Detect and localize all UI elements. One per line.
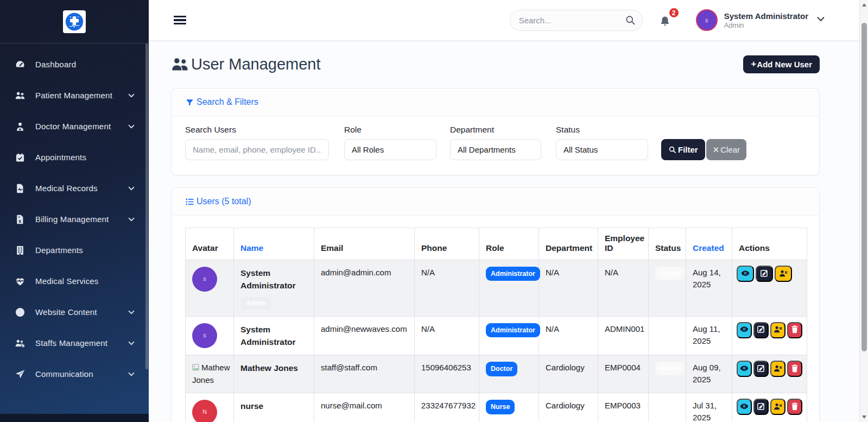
- header-search: [510, 10, 643, 31]
- table-row: Mathew Jones Mathew Jones staff@staff.co…: [186, 355, 807, 393]
- user-x-icon: [773, 324, 783, 334]
- deactivate-user-button[interactable]: [775, 266, 792, 282]
- user-name: nurse: [240, 400, 307, 412]
- sidebar-item-dashboard[interactable]: Dashboard: [0, 49, 149, 80]
- chevron-down-icon: [127, 122, 136, 131]
- sidebar-item-medical-services[interactable]: Medical Services: [0, 266, 149, 297]
- main-content: User Management + Add New User Search & …: [149, 41, 859, 422]
- notifications-button[interactable]: 2: [659, 12, 673, 28]
- cell-phone: 233247677932: [415, 393, 479, 422]
- user-name: Mathew Jones: [240, 362, 307, 374]
- filter-button[interactable]: Filter: [661, 139, 705, 160]
- cell-employee-id: EMP0003: [598, 393, 649, 422]
- app-logo[interactable]: [63, 10, 86, 33]
- cell-department: N/A: [539, 316, 598, 355]
- deactivate-user-button[interactable]: [770, 361, 785, 377]
- deactivate-user-button[interactable]: [770, 322, 785, 338]
- search-users-input[interactable]: [185, 139, 329, 160]
- view-user-button[interactable]: [737, 322, 752, 338]
- cell-status: [649, 316, 686, 355]
- eye-icon: [739, 324, 749, 334]
- broken-image-icon: [192, 364, 200, 371]
- sidebar-item-appointments[interactable]: Appointments: [0, 142, 149, 173]
- add-new-user-button[interactable]: + Add New User: [743, 55, 820, 73]
- sidebar-item-communication[interactable]: Communication: [0, 358, 149, 389]
- chevron-down-icon: [127, 370, 136, 379]
- sidebar-item-website-content[interactable]: Website Content: [0, 297, 149, 327]
- edit-user-button[interactable]: [753, 361, 769, 377]
- page-title: User Management: [171, 55, 321, 73]
- sidebar-item-billing-management[interactable]: $ Billing Management: [0, 204, 149, 235]
- search-input[interactable]: [510, 10, 643, 31]
- edit-user-button[interactable]: [753, 322, 769, 338]
- sidebar-item-label: Billing Management: [35, 215, 127, 224]
- deactivate-user-button[interactable]: [770, 399, 785, 415]
- view-user-button[interactable]: [737, 361, 752, 377]
- edit-user-button[interactable]: [756, 266, 773, 282]
- scroll-down-arrow-icon[interactable]: [862, 415, 866, 419]
- admin-tag-badge: Admin: [240, 297, 271, 310]
- chevron-down-icon: [127, 339, 136, 348]
- trash-icon: [790, 324, 800, 334]
- sidebar-scrollbar[interactable]: [145, 43, 148, 369]
- status-label: Status: [556, 125, 648, 135]
- user-x-icon: [773, 401, 783, 411]
- paper-plane-icon: [14, 368, 26, 380]
- users-card: Users (5 total) Avatar Name Email Phone …: [171, 187, 820, 422]
- cell-created: Aug 14, 2025: [686, 260, 732, 317]
- status-badge: Active: [655, 362, 685, 375]
- cell-phone: 15096406253: [415, 355, 479, 393]
- user-x-icon: [778, 268, 788, 278]
- search-icon[interactable]: [625, 15, 636, 26]
- sidebar-item-medical-records[interactable]: Medical Records: [0, 173, 149, 204]
- users-card-title: Users (5 total): [185, 197, 251, 206]
- avatar: N: [192, 400, 217, 422]
- user-role: Admin: [724, 21, 808, 29]
- filter-funnel-icon: [185, 98, 194, 107]
- user-name: System Administrator: [240, 267, 307, 292]
- column-header-created[interactable]: Created: [686, 228, 732, 260]
- status-badge: Active: [655, 267, 685, 280]
- search-icon: [668, 146, 676, 154]
- clear-button[interactable]: ✕ Clear: [706, 139, 746, 160]
- svg-text:$: $: [18, 218, 21, 223]
- delete-user-button[interactable]: [787, 399, 802, 415]
- delete-user-button[interactable]: [787, 361, 802, 377]
- scrollbar-thumb[interactable]: [861, 23, 867, 351]
- trash-icon: [790, 363, 800, 373]
- status-select[interactable]: All Status: [556, 139, 648, 160]
- chevron-down-icon: [127, 184, 136, 193]
- cell-phone: N/A: [415, 316, 479, 355]
- user-menu[interactable]: s System Administrator Admin: [696, 9, 826, 31]
- user-doctor-icon: [14, 121, 26, 132]
- column-header-name[interactable]: Name: [234, 228, 314, 260]
- sidebar-item-label: Patient Management: [35, 91, 127, 100]
- view-user-button[interactable]: [737, 266, 754, 282]
- edit-user-button[interactable]: [753, 399, 769, 415]
- x-icon: ✕: [713, 145, 720, 155]
- cell-email: nurse@mail.com: [314, 393, 415, 422]
- menu-toggle-button[interactable]: [174, 14, 186, 27]
- scroll-up-arrow-icon[interactable]: [862, 3, 866, 7]
- role-label: Role: [344, 125, 436, 135]
- cell-employee-id: ADMIN001: [598, 316, 649, 355]
- sidebar-item-departments[interactable]: Departments: [0, 235, 149, 266]
- sidebar-item-doctor-management[interactable]: Doctor Management: [0, 111, 149, 142]
- delete-user-button[interactable]: [787, 322, 802, 338]
- role-select[interactable]: All Roles: [344, 139, 436, 160]
- notification-badge: 2: [668, 7, 680, 18]
- page-scrollbar[interactable]: [859, 0, 868, 422]
- plus-icon: +: [751, 59, 756, 70]
- sidebar-item-staffs-management[interactable]: Staffs Management: [0, 327, 149, 358]
- department-select[interactable]: All Departments: [450, 139, 541, 160]
- pen-square-icon: [756, 363, 766, 373]
- view-user-button[interactable]: [737, 399, 752, 415]
- user-x-icon: [773, 363, 783, 373]
- avatar: s: [192, 323, 217, 348]
- users-icon: [14, 90, 26, 101]
- sidebar-item-patient-management[interactable]: Patient Management: [0, 80, 149, 111]
- column-header-role: Role: [479, 228, 539, 260]
- column-header-employee-id: Employee ID: [598, 228, 649, 260]
- eye-icon: [740, 268, 750, 278]
- sidebar-item-label: Appointments: [35, 153, 136, 162]
